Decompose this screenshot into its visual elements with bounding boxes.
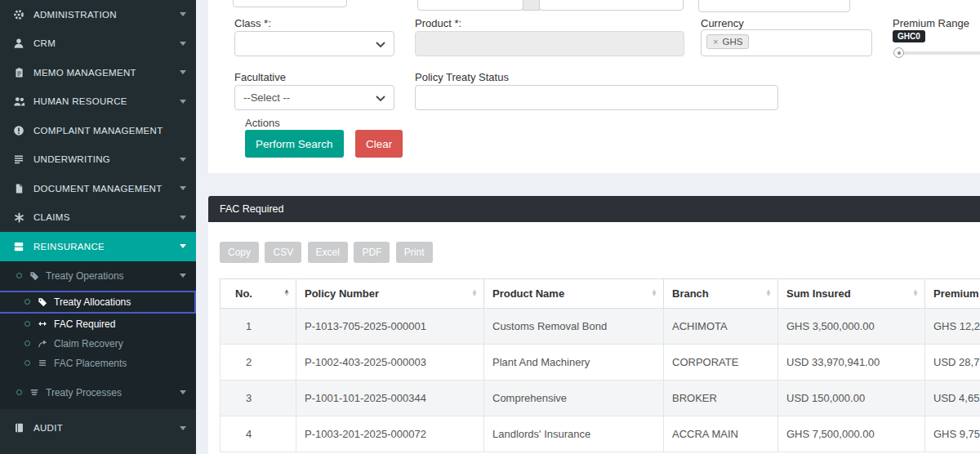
circle-bullet-icon xyxy=(16,389,22,395)
circle-bullet-icon xyxy=(24,340,30,346)
slider-handle[interactable] xyxy=(893,47,904,58)
column-header-policy-number[interactable]: Policy Number xyxy=(296,279,484,309)
chevron-down-icon xyxy=(180,158,186,162)
perform-search-button[interactable]: Perform Search xyxy=(245,130,344,158)
sidebar-item-administration[interactable]: ADMINISTRATION xyxy=(0,0,196,29)
excel-button[interactable]: Excel xyxy=(308,242,348,263)
chevron-down-icon xyxy=(180,100,186,104)
chevron-down-icon xyxy=(180,186,186,190)
chevron-down-icon xyxy=(180,42,186,46)
exclamation-circle-icon xyxy=(11,124,26,137)
sort-icon xyxy=(765,290,772,298)
table-row[interactable]: 3 P-1001-101-2025-000344 Comprehensive B… xyxy=(220,381,980,416)
clear-button[interactable]: Clear xyxy=(355,130,403,158)
fac-required-table: No. Policy Number Product Name Branch Su… xyxy=(220,278,980,452)
search-filter-panel: Class *: Product *: Currency × GHS Premi… xyxy=(208,0,980,173)
cell-product-name: Landlords' Insurance xyxy=(484,416,664,452)
product-label: Product *: xyxy=(415,17,461,29)
circle-bullet-icon xyxy=(24,299,30,305)
column-header-label: No. xyxy=(235,287,252,300)
cell-premium: USD 28,7 xyxy=(925,345,980,381)
export-buttons: Copy CSV Excel PDF Print xyxy=(220,242,980,263)
fac-required-panel: FAC Required Copy CSV Excel PDF Print No… xyxy=(208,196,980,454)
users-icon xyxy=(11,95,26,108)
table-row[interactable]: 2 P-1002-403-2025-000003 Plant And Machi… xyxy=(220,345,980,381)
column-header-sum-insured[interactable]: Sum Insured xyxy=(778,279,925,309)
sidebar-item-crm[interactable]: CRM xyxy=(0,29,196,59)
column-header-branch[interactable]: Branch xyxy=(664,279,778,309)
chevron-down-icon xyxy=(180,426,186,430)
table-row[interactable]: 1 P-1013-705-2025-000001 Customs Removal… xyxy=(220,309,980,345)
copy-button[interactable]: Copy xyxy=(220,242,259,263)
column-header-label: Product Name xyxy=(492,287,564,300)
input-group-addon xyxy=(523,0,540,11)
circle-bullet-icon xyxy=(24,321,30,327)
tag-icon xyxy=(28,270,41,282)
partial-input[interactable] xyxy=(698,0,850,12)
class-select[interactable] xyxy=(234,31,394,56)
column-header-premium[interactable]: Premium xyxy=(925,279,980,309)
table-row[interactable]: 4 P-1003-201-2025-000072 Landlords' Insu… xyxy=(220,416,980,452)
cell-no: 1 xyxy=(220,309,296,345)
cell-sum-insured: USD 33,970,941.00 xyxy=(778,345,925,381)
sort-icon xyxy=(651,290,657,298)
pdf-button[interactable]: PDF xyxy=(354,242,390,263)
sidebar-item-human-resource[interactable]: HUMAN RESOURCE xyxy=(0,87,196,117)
sidebar-item-claims[interactable]: CLAIMS xyxy=(0,203,196,233)
partial-input[interactable] xyxy=(417,0,523,11)
sidebar-item-treaty-processes[interactable]: Treaty Processes xyxy=(0,383,196,403)
sort-icon xyxy=(283,290,290,298)
user-icon xyxy=(11,37,26,50)
sidebar-item-fac-placements[interactable]: FAC Placements xyxy=(0,354,196,373)
cell-no: 2 xyxy=(220,345,296,381)
sidebar-item-fac-required[interactable]: FAC Required xyxy=(0,314,196,334)
sidebar-item-label: REINSURANCE xyxy=(33,242,180,251)
sidebar-item-reinsurance[interactable]: REINSURANCE xyxy=(0,232,196,261)
sidebar-item-label: COMPLAINT MANAGEMENT xyxy=(33,126,186,136)
cell-sum-insured: GHS 7,500,000.00 xyxy=(778,416,925,452)
column-header-label: Premium xyxy=(933,287,979,300)
circle-bullet-icon xyxy=(16,273,22,278)
sidebar: ADMINISTRATION CRM MEMO MANAGEMENT HUMAN… xyxy=(0,0,196,454)
cell-branch: ACHIMOTA xyxy=(664,309,778,345)
column-header-label: Sum Insured xyxy=(786,287,851,300)
column-header-label: Branch xyxy=(672,287,709,300)
partial-input[interactable] xyxy=(539,0,684,11)
chevron-down-icon xyxy=(376,38,385,50)
sidebar-item-memo-management[interactable]: MEMO MANAGEMENT xyxy=(0,58,196,87)
column-header-product-name[interactable]: Product Name xyxy=(484,279,664,309)
sidebar-item-treaty-operations[interactable]: Treaty Operations xyxy=(0,266,196,286)
sidebar-item-underwriting[interactable]: UNDERWRITING xyxy=(0,145,196,175)
submenu-item-label: FAC Placements xyxy=(54,358,186,369)
facultative-select[interactable]: --Select -- xyxy=(234,85,394,110)
cell-policy-number: P-1001-101-2025-000344 xyxy=(296,381,484,416)
print-button[interactable]: Print xyxy=(396,242,433,263)
list-lines-icon xyxy=(11,153,26,166)
sidebar-item-finance[interactable]: FINANCE xyxy=(0,447,196,454)
submenu-item-label: Treaty Allocations xyxy=(54,296,185,308)
sidebar-item-treaty-allocations[interactable]: Treaty Allocations xyxy=(0,292,194,312)
cell-premium: USD 4,65 xyxy=(925,381,980,416)
sidebar-item-audit[interactable]: AUDIT xyxy=(0,414,196,443)
partial-input[interactable] xyxy=(233,0,347,7)
sidebar-item-complaint-management[interactable]: COMPLAINT MANAGEMENT xyxy=(0,116,196,145)
column-header-no[interactable]: No. xyxy=(220,279,296,309)
reinsurance-submenu: Treaty Operations Treaty Allocations FAC… xyxy=(0,261,196,409)
cell-policy-number: P-1013-705-2025-000001 xyxy=(296,309,484,345)
currency-tags-input[interactable]: × GHS xyxy=(701,29,872,56)
sidebar-item-document-management[interactable]: DOCUMENT MANAGEMENT xyxy=(0,174,196,203)
panel-header: FAC Required xyxy=(208,196,980,222)
cell-branch: BROKER xyxy=(664,381,778,416)
currency-tag-label: GHS xyxy=(722,37,742,47)
csv-button[interactable]: CSV xyxy=(265,242,301,263)
asterisk-icon xyxy=(11,211,26,224)
cell-product-name: Plant And Machinery xyxy=(484,345,664,381)
sidebar-item-claim-recovery[interactable]: Claim Recovery xyxy=(0,334,196,354)
facultative-label: Facultative xyxy=(234,71,286,83)
gear-icon xyxy=(11,8,26,21)
sidebar-item-label: CLAIMS xyxy=(33,212,180,222)
chevron-down-icon xyxy=(180,244,186,248)
submenu-item-label: Treaty Operations xyxy=(46,270,180,282)
policy-treaty-status-input[interactable] xyxy=(415,85,778,110)
remove-tag-icon[interactable]: × xyxy=(713,37,718,47)
